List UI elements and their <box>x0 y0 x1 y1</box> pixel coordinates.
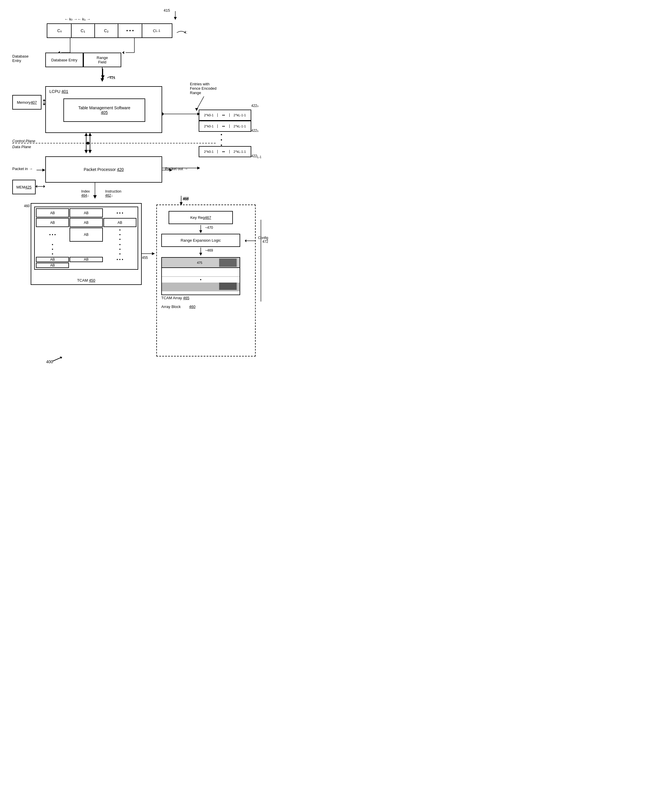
svg-marker-22 <box>88 150 92 154</box>
ref-468-label: 468 <box>182 197 189 201</box>
svg-marker-39 <box>245 239 246 242</box>
svg-marker-35 <box>152 252 155 255</box>
svg-line-52 <box>53 357 61 361</box>
ref-460-tcam: 460 <box>24 204 30 208</box>
array-block-label: Array Block 460 <box>161 304 195 309</box>
index-label: Index464↓ <box>81 189 90 197</box>
row-422-1: 2^k0-1 •• 2^kL-1-1 <box>199 110 251 121</box>
tcam-array-label: TCAM Array 465 <box>161 296 189 300</box>
svg-marker-46 <box>197 112 200 115</box>
ref-411: 411 <box>107 74 115 80</box>
ref-410: 410 <box>175 28 187 35</box>
svg-marker-37 <box>199 230 202 233</box>
chunk-row-410: C₀ C₁ C₂ • • • CL-1 <box>47 23 173 38</box>
lcpu-box: LCPU 401 Table Management Software405 <box>45 86 162 133</box>
packet-in-label: Packet in → <box>12 167 33 171</box>
svg-marker-44 <box>195 108 198 111</box>
database-entry-box: Database Entry <box>45 53 83 67</box>
svg-marker-16 <box>43 104 46 105</box>
svg-marker-33 <box>93 195 97 199</box>
arrow-470 <box>198 225 204 234</box>
k-labels: ← k₀ →← k₁ → <box>51 16 104 22</box>
lcpu-label: LCPU 401 <box>50 89 68 94</box>
svg-marker-23 <box>88 133 92 136</box>
packet-processor-box: Packet Processor 420 <box>45 156 162 183</box>
config-arrow <box>245 238 256 245</box>
config-ref: 472 <box>262 240 268 244</box>
instruction-label: Instruction462↓ <box>105 189 121 197</box>
tcam-outer-box: AB AB • • • AB AB AB • • • AB ••• ••• ••… <box>31 203 142 285</box>
memory-box: Memory407 <box>12 95 42 110</box>
range-field-box: RangeField <box>83 53 121 67</box>
svg-text:411: 411 <box>110 76 115 80</box>
row-422-3: 2^k0-1 •• 2^kL-1-1 <box>199 146 251 157</box>
svg-marker-26 <box>42 169 45 171</box>
svg-point-24 <box>86 142 90 145</box>
arrow-469 <box>198 248 204 256</box>
svg-line-43 <box>197 96 204 110</box>
ref-470: ~470 <box>205 226 213 230</box>
ref-469: ~469 <box>205 248 213 253</box>
tcam-array-rows: 475 • <box>161 257 240 295</box>
ref-422-l1: 422L-1 <box>251 154 261 159</box>
svg-marker-10 <box>101 78 104 82</box>
svg-marker-1 <box>174 17 177 20</box>
entries-label: Entries withFence EncodedRange <box>190 82 216 95</box>
diagram-container: 415 ← k₀ →← k₁ → C₀ C₁ C₂ • • • CL-1 410… <box>0 0 292 380</box>
svg-point-47 <box>162 112 163 115</box>
svg-marker-8 <box>122 51 124 54</box>
data-plane-label: Data Plane <box>12 145 31 149</box>
dots-422: ••• <box>221 132 222 148</box>
lcpu-ref: 401 <box>61 89 68 94</box>
svg-marker-30 <box>36 185 37 188</box>
database-entry-label: DatabaseEntry <box>12 54 29 63</box>
svg-marker-42 <box>199 253 202 256</box>
svg-marker-51 <box>180 202 182 205</box>
svg-marker-15 <box>43 99 46 101</box>
svg-marker-49 <box>197 167 200 170</box>
tms-box: Table Management Software405 <box>63 98 145 122</box>
svg-text:410: 410 <box>184 30 187 34</box>
array-block-dashed: ↓ 468 Key Reg 467 ~470 Range Expansion L… <box>156 205 256 357</box>
ref-422-1: 422₁ <box>251 128 259 133</box>
svg-marker-31 <box>43 185 45 188</box>
row-422-2: 2^k0-1 •• 2^kL-1-1 <box>199 121 251 132</box>
ref-422-0: 422₀ <box>251 104 259 108</box>
ref-475: 475 <box>197 261 202 264</box>
mem-box: MEM425 <box>12 180 36 194</box>
ref-415: 415 <box>163 8 170 13</box>
ref-455: 455 <box>142 256 148 260</box>
svg-marker-19 <box>85 150 88 154</box>
range-expansion-box: Range Expansion Logic <box>161 234 240 247</box>
key-reg-box: Key Reg 467 <box>169 211 233 224</box>
svg-marker-20 <box>85 133 88 136</box>
